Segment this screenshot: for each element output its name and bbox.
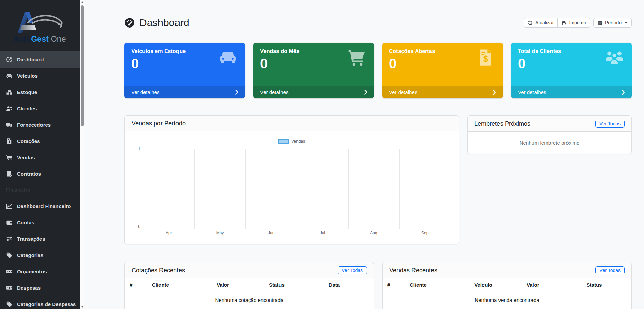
- recent-sales-header: Vendas Recentes Ver Todas: [383, 262, 631, 278]
- sidebar-item-vendas[interactable]: Vendas: [0, 149, 80, 165]
- stat-details-link[interactable]: Ver detalhes: [124, 86, 245, 98]
- column-header: Data: [324, 278, 374, 291]
- sidebar-item-orcamentos[interactable]: Orçamentos: [0, 263, 80, 279]
- stat-details-label: Ver detalhes: [518, 89, 546, 95]
- x-axis-tick: Apr: [143, 231, 194, 235]
- column-header: Status: [264, 278, 324, 291]
- reminders-empty-state: Nenhum lembrete próximo: [468, 132, 631, 154]
- refresh-button-label: Atualizar: [535, 20, 554, 25]
- sidebar-item-cotacoes[interactable]: $ Cotações: [0, 133, 80, 149]
- sidebar-section-financeiro: Financeiro: [0, 182, 80, 198]
- x-axis-tick: Jul: [297, 231, 348, 235]
- tag-icon: [6, 301, 13, 307]
- y-axis-tick: 0: [134, 224, 140, 229]
- chart-line-icon: [6, 203, 13, 210]
- sidebar-item-veiculos[interactable]: Veículos: [0, 68, 80, 84]
- page-title-text: Dashboard: [139, 17, 189, 29]
- chart-legend[interactable]: Vendas: [132, 139, 452, 144]
- sidebar-item-label: Dashboard Financeiro: [17, 203, 71, 209]
- sidebar-item-label: Clientes: [17, 106, 37, 111]
- sidebar-item-label: Cotações: [17, 138, 40, 144]
- sidebar-item-contratos[interactable]: Contratos: [0, 165, 80, 182]
- table-row: Nenhuma cotação encontrada: [125, 291, 374, 309]
- recent-sales-title: Vendas Recentes: [389, 267, 437, 274]
- legend-swatch: [278, 139, 289, 144]
- sales-chart: Vendas 1 0: [125, 131, 459, 244]
- stat-details-link[interactable]: Ver detalhes: [382, 86, 503, 98]
- period-dropdown-button[interactable]: Período: [593, 18, 632, 28]
- x-axis-tick: Jun: [245, 231, 297, 235]
- truck-icon: [6, 122, 13, 128]
- money-bill-icon: [6, 268, 13, 275]
- column-header: #: [125, 278, 147, 291]
- page-header: Dashboard Atualizar Imprimir Período: [124, 17, 632, 29]
- exchange-icon: [6, 236, 13, 242]
- chevron-right-icon: [493, 90, 496, 95]
- sidebar-item-contas[interactable]: Contas: [0, 214, 80, 231]
- logo-one: One: [51, 35, 66, 43]
- chevron-right-icon: [364, 90, 367, 95]
- scrollbar-up-arrow-icon[interactable]: [81, 1, 84, 3]
- stat-card-total-de-clientes: Total de Clientes 0 Ver detalhes: [511, 43, 632, 98]
- sidebar-item-clientes[interactable]: Clientes: [0, 100, 80, 116]
- x-axis-labels: Apr May Jun Jul Aug Sep: [143, 231, 451, 235]
- stats-row: Veículos em Estoque 0 Ver detalhes Venda…: [124, 43, 632, 98]
- sidebar-item-fornecedores[interactable]: Fornecedores: [0, 116, 80, 133]
- file-invoice-dollar-icon: $: [6, 138, 13, 144]
- sidebar-item-dashboard[interactable]: Dashboard: [0, 51, 80, 68]
- reminders-header: Lembretes Próximos Ver Todos: [468, 116, 631, 132]
- sidebar-item-label: Vendas: [17, 154, 35, 160]
- tables-row: Cotações Recentes Ver Todas # Cliente Va…: [124, 262, 632, 309]
- sidebar-item-categorias[interactable]: Categorias: [0, 247, 80, 263]
- reminders-view-all-button[interactable]: Ver Todos: [595, 120, 625, 128]
- boxes-icon: [6, 89, 13, 95]
- gridline: [143, 149, 143, 229]
- chart-plot-area: 1 0: [143, 149, 451, 226]
- column-header: Valor: [212, 278, 264, 291]
- app-logo[interactable]: AutoGest One: [0, 0, 80, 47]
- stat-card-vendas-do-mes: Vendas do Mês 0 Ver detalhes: [253, 43, 374, 98]
- header-actions: Atualizar Imprimir Período: [524, 18, 632, 28]
- recent-quotes-table: # Cliente Valor Status Data Nenhuma cota…: [125, 278, 374, 309]
- gridline: [348, 149, 349, 229]
- sidebar-item-estoque[interactable]: Estoque: [0, 84, 80, 100]
- sales-chart-title: Vendas por Período: [132, 120, 186, 127]
- sidebar-item-transacoes[interactable]: Transações: [0, 231, 80, 247]
- empty-state-message: Nenhuma cotação encontrada: [125, 291, 374, 309]
- gridline: [245, 149, 246, 229]
- period-button-label: Período: [605, 20, 622, 25]
- wallet-icon: [6, 219, 13, 226]
- sidebar: AutoGest One Dashboard Veículos Estoque …: [0, 0, 80, 309]
- sales-view-all-button[interactable]: Ver Todas: [595, 266, 625, 274]
- scrollbar-thumb[interactable]: [81, 5, 84, 126]
- stat-card-cotacoes-abertas: Cotações Abertas 0 $ Ver detalhes: [382, 43, 503, 98]
- column-header: Veículo: [470, 278, 522, 291]
- tag-icon: [6, 252, 13, 258]
- column-header: Cliente: [147, 278, 212, 291]
- caret-down-icon: [625, 22, 628, 24]
- sidebar-nav: Dashboard Veículos Estoque Clientes Forn…: [0, 51, 80, 309]
- refresh-button[interactable]: Atualizar: [524, 18, 558, 28]
- printer-icon: [561, 20, 566, 25]
- cart-icon: [6, 154, 13, 161]
- stat-details-label: Ver detalhes: [260, 89, 288, 95]
- sidebar-item-despesas[interactable]: Despesas: [0, 279, 80, 296]
- svg-text:$: $: [9, 140, 10, 143]
- print-button[interactable]: Imprimir: [557, 18, 590, 28]
- sales-chart-card: Vendas por Período Vendas 1 0: [124, 115, 459, 244]
- sidebar-scrollbar[interactable]: [80, 0, 84, 309]
- column-header: Status: [582, 278, 631, 291]
- sidebar-item-dashboard-financeiro[interactable]: Dashboard Financeiro: [0, 198, 80, 214]
- sidebar-item-categorias-despesas[interactable]: Categorias de Despesas: [0, 296, 80, 309]
- column-header: Cliente: [405, 278, 470, 291]
- quotes-view-all-button[interactable]: Ver Todas: [338, 266, 367, 274]
- tachometer-icon: [124, 18, 135, 28]
- sidebar-item-label: Veículos: [17, 73, 38, 79]
- stat-details-link[interactable]: Ver detalhes: [253, 86, 374, 98]
- contract-icon: [6, 170, 13, 177]
- scrollbar-down-arrow-icon[interactable]: [81, 306, 84, 308]
- stat-details-link[interactable]: Ver detalhes: [511, 86, 632, 98]
- gridline: [194, 149, 195, 229]
- recent-sales-card: Vendas Recentes Ver Todas # Cliente Veíc…: [382, 262, 632, 309]
- logo-graphic: [7, 9, 72, 35]
